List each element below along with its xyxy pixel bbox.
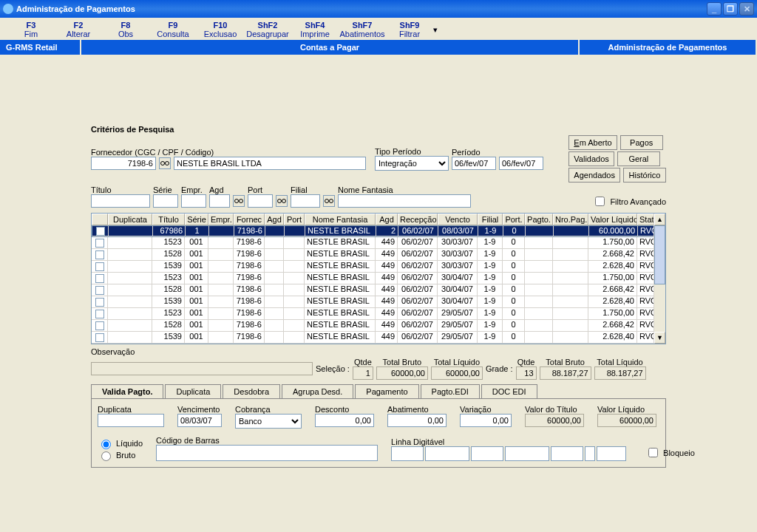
row-checkbox[interactable] [92, 261, 108, 273]
toolbar-more-icon[interactable]: ▾ [433, 21, 448, 38]
tab-valida-pagto[interactable]: Valida Pagto. [91, 384, 163, 398]
titulo-input[interactable] [91, 194, 150, 208]
col-header[interactable]: Empr. [208, 214, 234, 225]
toolbar-exclusao[interactable]: F10Exclusao [197, 21, 244, 38]
codigo-barras-input[interactable] [156, 445, 378, 461]
empr-input[interactable] [181, 194, 206, 208]
scroll-up-icon[interactable]: ▲ [654, 214, 665, 225]
col-header[interactable]: Port. [503, 214, 525, 225]
table-row[interactable]: 15230017198-6NESTLE BRASIL44906/02/0729/… [92, 308, 665, 320]
f-duplicata-input[interactable] [98, 414, 164, 427]
periodo-de-input[interactable] [452, 157, 496, 170]
port-lookup-icon[interactable] [276, 195, 288, 207]
f-cobranca-select[interactable]: Banco [235, 414, 302, 429]
fornecedor-lookup-icon[interactable] [159, 157, 171, 169]
pagos-button[interactable]: Pagos [620, 135, 663, 150]
ld-3[interactable] [471, 446, 503, 461]
tab-pagto-edi[interactable]: Pagto.EDI [421, 384, 480, 398]
filial-lookup-icon[interactable] [323, 195, 335, 207]
tab-duplicata[interactable]: Duplicata [165, 384, 221, 398]
scroll-thumb[interactable] [654, 225, 665, 284]
row-checkbox[interactable] [92, 249, 108, 261]
ld-7[interactable] [597, 446, 626, 461]
table-row[interactable]: ✓6798617198-6NESTLE BRASIL206/02/0708/03… [92, 225, 665, 237]
close-button[interactable]: ✕ [739, 2, 754, 16]
col-header[interactable]: Agd [265, 214, 284, 225]
col-header[interactable]: Pagto. [525, 214, 553, 225]
row-checkbox[interactable] [92, 320, 108, 332]
tab-doc-edi[interactable]: DOC EDI [481, 384, 537, 398]
table-row[interactable]: 15390017198-6NESTLE BRASIL44906/02/0729/… [92, 332, 665, 344]
table-row[interactable]: 15390017198-6NESTLE BRASIL44906/02/0730/… [92, 296, 665, 308]
filtro-avancado-checkbox[interactable] [595, 197, 605, 206]
f-desconto-input[interactable] [315, 414, 374, 427]
col-header[interactable]: Filial [478, 214, 503, 225]
toolbar-imprime[interactable]: ShF4Imprime [291, 21, 339, 38]
ld-5[interactable] [551, 446, 583, 461]
row-checkbox[interactable] [92, 284, 108, 296]
f-var-input[interactable] [460, 414, 512, 427]
ld-4[interactable] [505, 446, 549, 461]
nome-fantasia-input[interactable] [338, 194, 471, 208]
ld-1[interactable] [391, 446, 424, 461]
toolbar-obs[interactable]: F8Obs [102, 21, 149, 38]
row-checkbox[interactable] [92, 296, 108, 308]
validados-button[interactable]: Validados [568, 151, 614, 166]
tab-desdobra[interactable]: Desdobra [223, 384, 280, 398]
periodo-ate-input[interactable] [499, 157, 543, 170]
col-header[interactable] [92, 214, 108, 225]
toolbar-consulta[interactable]: F9Consulta [149, 21, 197, 38]
col-header[interactable]: Recepção [398, 214, 438, 225]
col-header[interactable]: Port [284, 214, 305, 225]
toolbar-filtrar[interactable]: ShF9Filtrar [386, 21, 433, 38]
col-header[interactable]: Duplicata [108, 214, 152, 225]
filial-input[interactable] [291, 194, 320, 208]
tipo-periodo-select[interactable]: Integração [375, 156, 449, 171]
ld-2[interactable] [425, 446, 469, 461]
table-row[interactable]: 15390017198-6NESTLE BRASIL44906/02/0730/… [92, 261, 665, 273]
table-row[interactable]: 15230017198-6NESTLE BRASIL44906/02/0730/… [92, 273, 665, 284]
col-header[interactable]: Nome Fantasia [305, 214, 376, 225]
col-header[interactable]: Valor Líquido [588, 214, 637, 225]
em-aberto-button[interactable]: EEm Abertom Aberto [568, 135, 617, 150]
col-header[interactable]: Título [152, 214, 185, 225]
toolbar-abatimentos[interactable]: ShF7Abatimentos [339, 21, 386, 38]
serie-input[interactable] [153, 194, 178, 208]
port-input[interactable] [248, 194, 273, 208]
historico-button[interactable]: Histórico [623, 168, 666, 183]
scroll-down-icon[interactable]: ▼ [654, 332, 665, 344]
tab-pagamento[interactable]: Pagamento [355, 384, 418, 398]
col-header[interactable]: Série [185, 214, 208, 225]
table-row[interactable]: 15280017198-6NESTLE BRASIL44906/02/0729/… [92, 320, 665, 332]
fornecedor-code-input[interactable] [91, 157, 156, 170]
tab-agrupa-desd[interactable]: Agrupa Desd. [282, 384, 353, 398]
minimize-button[interactable]: _ [707, 2, 722, 16]
maximize-button[interactable]: ❐ [723, 2, 738, 16]
col-header[interactable]: Fornec [234, 214, 265, 225]
table-row[interactable]: 15280017198-6NESTLE BRASIL44906/02/0730/… [92, 284, 665, 296]
toolbar-alterar[interactable]: F2Alterar [55, 21, 102, 38]
agd-input[interactable] [209, 194, 230, 208]
toolbar-desagrupar[interactable]: ShF2Desagrupar [244, 21, 291, 38]
row-checkbox[interactable] [92, 237, 108, 249]
row-checkbox[interactable]: ✓ [92, 226, 109, 236]
col-header[interactable]: Agd [376, 214, 398, 225]
agd-lookup-icon[interactable] [233, 195, 245, 207]
grid-scrollbar[interactable]: ▲ ▼ [654, 214, 665, 344]
table-row[interactable]: 15280017198-6NESTLE BRASIL44906/02/0730/… [92, 249, 665, 261]
col-header[interactable]: Nro.Pag. [553, 214, 588, 225]
col-header[interactable]: Vencto [438, 214, 478, 225]
bloqueio-checkbox[interactable] [648, 448, 658, 457]
ld-6[interactable] [585, 446, 595, 461]
row-checkbox[interactable] [92, 308, 108, 320]
agendados-button[interactable]: Agendados [568, 168, 620, 183]
f-abat-input[interactable] [387, 414, 447, 427]
f-venc-input[interactable] [177, 414, 222, 427]
bruto-radio[interactable] [101, 451, 111, 461]
table-row[interactable]: 15230017198-6NESTLE BRASIL44906/02/0730/… [92, 237, 665, 249]
row-checkbox[interactable] [92, 273, 108, 284]
fornecedor-name-input[interactable] [174, 157, 366, 170]
liquido-radio[interactable] [101, 440, 111, 449]
toolbar-fim[interactable]: F3Fim [7, 21, 55, 38]
geral-button[interactable]: Geral [617, 151, 660, 166]
